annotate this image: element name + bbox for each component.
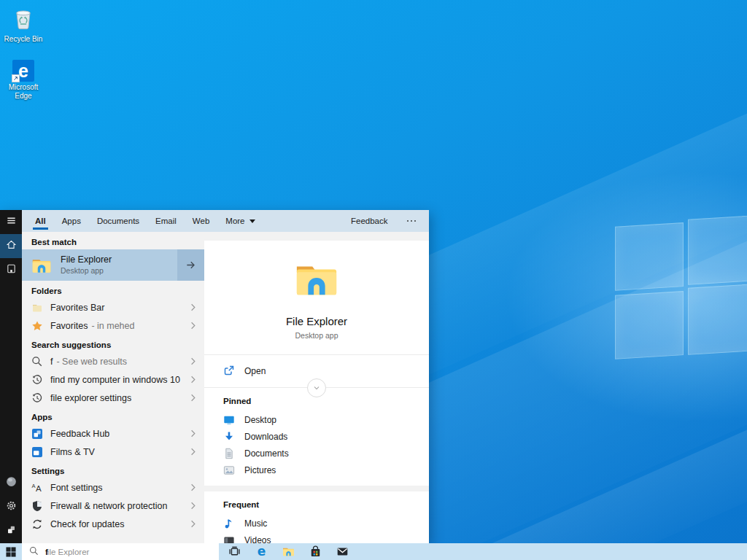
windows-logo-pane (615, 291, 684, 359)
result-feedback-hub[interactable]: Feedback Hub (22, 424, 204, 443)
chevron-right-icon (187, 302, 198, 313)
result-title: Feedback Hub (50, 429, 109, 439)
tab-label: Email (155, 217, 177, 225)
result-file-explorer-settings[interactable]: file explorer settings (22, 389, 204, 407)
result-firewall-and-network-protection[interactable]: Firewall & network protection (22, 497, 204, 515)
search-preview-pane: File Explorer Desktop app Open Pinned De… (204, 232, 429, 543)
result-films-and-tv[interactable]: Films & TV (22, 443, 204, 461)
windows-logo-pane (688, 274, 747, 354)
taskbar-store-button[interactable] (309, 545, 322, 558)
result-title: Check for updates (50, 519, 124, 529)
result-title: find my computer in windows 10 (50, 375, 180, 385)
svg-text:A: A (36, 484, 42, 493)
action-label: Open (244, 366, 266, 376)
films-tv-icon (31, 446, 43, 458)
rail-home-button[interactable] (0, 234, 22, 258)
feedback-icon (6, 524, 17, 538)
feedback-hub-icon (31, 428, 43, 440)
result-text: File ExplorerDesktop app (61, 254, 112, 276)
tab-documents[interactable]: Documents (97, 210, 139, 232)
result-favorites[interactable]: Favorites- in mehed (22, 316, 204, 335)
result-suffix: - in mehed (91, 321, 134, 331)
tab-email[interactable]: Email (155, 210, 177, 232)
result-find-my-computer-in-windows-10[interactable]: find my computer in windows 10 (22, 370, 204, 389)
result-title: Favorites (50, 321, 88, 331)
windows-desktop: Recycle Bin e Microsoft Edge AllAppsDocu… (0, 0, 747, 560)
preview-item-music[interactable]: Music (204, 515, 429, 532)
chevron-right-icon (187, 482, 198, 493)
preview-item-label: Music (244, 518, 267, 529)
result-title: Films & TV (50, 447, 95, 457)
result-check-for-updates[interactable]: Check for updates (22, 515, 204, 533)
result-favorites-bar[interactable]: Favorites Bar (22, 298, 204, 316)
preview-item-videos[interactable]: Videos (204, 532, 429, 543)
taskbar-file-explorer-button[interactable] (282, 545, 295, 558)
svg-text:A: A (32, 482, 36, 489)
result-f[interactable]: f- See web results (22, 352, 204, 370)
folder-pale-icon (31, 302, 43, 314)
search-rail (0, 210, 22, 543)
desktop-icon-label: Recycle Bin (4, 35, 43, 44)
open-icon (223, 365, 235, 378)
open-result-arrow-button[interactable] (177, 249, 204, 281)
result-font-settings[interactable]: A AFont settings (22, 478, 204, 497)
taskbar-task-view-button[interactable] (228, 545, 241, 558)
more-options-icon[interactable] (404, 210, 419, 232)
tab-more[interactable]: More (225, 210, 255, 232)
search-flyout: AllAppsDocumentsEmailWebMoreFeedback Bes… (0, 210, 429, 543)
rail-notebook-button[interactable] (0, 258, 22, 282)
rail-settings-button[interactable] (0, 495, 22, 519)
preview-item-desktop[interactable]: Desktop (204, 411, 429, 428)
start-button[interactable] (0, 543, 22, 560)
tab-label: All (35, 217, 46, 225)
tab-web[interactable]: Web (193, 210, 209, 232)
section-label-best-match: Best match (22, 232, 204, 249)
chevron-right-icon (187, 500, 198, 511)
taskbar-search-input[interactable]: file Explorer (22, 543, 219, 560)
menu-icon (6, 215, 17, 229)
preview-item-documents[interactable]: Documents (204, 445, 429, 462)
file-explorer-icon (31, 255, 52, 276)
taskbar-edge-button[interactable]: e (255, 545, 268, 558)
preview-item-label: Documents (244, 448, 289, 459)
group-label: Pinned (204, 397, 429, 405)
desktop-icon-microsoft-edge[interactable]: e Microsoft Edge (1, 60, 46, 100)
tab-apps[interactable]: Apps (62, 210, 81, 232)
rail-spacer (0, 282, 22, 471)
rail-menu-button[interactable] (0, 210, 22, 234)
arrow-right-icon (181, 255, 201, 276)
avatar-icon (6, 476, 17, 490)
search-panel-main: AllAppsDocumentsEmailWebMoreFeedback Bes… (22, 210, 429, 543)
preview-item-pictures[interactable]: Pictures (204, 462, 429, 478)
file-explorer-icon (294, 257, 339, 305)
group-pinned: Pinned Desktop Downloads Documents Pictu… (204, 388, 429, 486)
home-icon (6, 239, 17, 253)
result-subtitle: Desktop app (61, 266, 112, 276)
update-icon (31, 518, 43, 530)
taskbar: file Explorer e (0, 543, 747, 560)
result-file-explorer[interactable]: File ExplorerDesktop app (22, 249, 204, 281)
chevron-right-icon (187, 356, 198, 367)
preview-item-label: Videos (244, 535, 271, 544)
chevron-right-icon (187, 320, 198, 331)
preview-groups: Pinned Desktop Downloads Documents Pictu… (204, 388, 429, 543)
preview-item-label: Pictures (244, 465, 276, 475)
rail-account-button[interactable] (0, 471, 22, 495)
tab-all[interactable]: All (35, 210, 46, 232)
preview-item-downloads[interactable]: Downloads (204, 428, 429, 445)
expand-chevron-button[interactable] (307, 378, 326, 397)
music-icon (223, 518, 235, 529)
rail-feedback-button[interactable] (0, 519, 22, 543)
feedback-link[interactable]: Feedback (351, 210, 388, 232)
taskbar-mail-button[interactable] (336, 545, 349, 558)
preview-item-label: Desktop (244, 415, 276, 425)
tab-label: Web (193, 217, 209, 225)
section-label-search-suggestions: Search suggestions (22, 335, 204, 352)
search-completion-text: ile Explorer (47, 548, 90, 556)
search-body: Best match File ExplorerDesktop app Fold… (22, 232, 429, 543)
tab-label: Documents (97, 217, 139, 225)
group-label: Frequent (204, 500, 429, 509)
desktop-icon-recycle-bin[interactable]: Recycle Bin (1, 6, 46, 44)
tab-label: Apps (62, 217, 81, 225)
chevron-down-icon (249, 219, 255, 223)
